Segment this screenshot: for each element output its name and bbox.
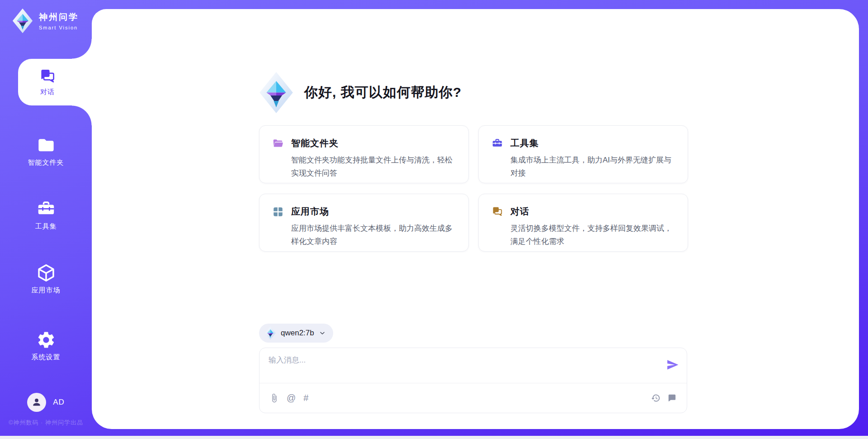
horizontal-scrollbar[interactable] [0, 436, 868, 439]
sidebar-item-toolset[interactable]: 工具集 [0, 199, 92, 231]
sidebar-item-app-market[interactable]: 应用市场 [0, 263, 92, 295]
sidebar-item-label: 对话 [18, 88, 77, 96]
chevron-down-icon [319, 329, 326, 337]
paperclip-icon[interactable] [269, 393, 279, 403]
model-selector[interactable]: qwen2:7b [259, 324, 333, 343]
card-smart-folder[interactable]: 智能文件夹 智能文件夹功能支持批量文件上传与清洗，轻松实现文件问答 [259, 125, 469, 183]
brand-subtitle: Smart Vision [39, 25, 79, 30]
message-input[interactable] [269, 355, 653, 377]
greeting-block: 你好, 我可以如何帮助你? [258, 72, 462, 114]
card-title: 工具集 [510, 137, 539, 149]
shortcut-cards: 智能文件夹 智能文件夹功能支持批量文件上传与清洗，轻松实现文件问答 工具集 集成… [259, 125, 688, 252]
send-icon[interactable] [666, 358, 679, 372]
composer-input-area [259, 348, 687, 383]
sidebar-item-smart-folder[interactable]: 智能文件夹 [0, 135, 92, 167]
card-toolset[interactable]: 工具集 集成市场上主流工具，助力AI与外界无缝扩展与对接 [478, 125, 688, 183]
sidebar-item-label: 应用市场 [0, 286, 92, 295]
card-app-market[interactable]: 应用市场 应用市场提供丰富长文本模板，助力高效生成多样化文章内容 [259, 194, 469, 252]
card-description: 灵活切换多模型文件，支持多样回复效果调试，满足个性化需求 [510, 222, 678, 248]
chat-bubbles-icon [39, 68, 56, 85]
grid-icon [272, 206, 284, 218]
composer-right-tools [651, 393, 677, 403]
diamond-logo [258, 72, 294, 114]
at-icon[interactable]: @ [287, 393, 296, 403]
chat-history-icon[interactable] [667, 393, 677, 403]
card-header: 应用市场 [272, 205, 458, 218]
card-description: 应用市场提供丰富长文本模板，助力高效生成多样化文章内容 [291, 222, 458, 248]
sidebar: 神州问学 Smart Vision 对话 智能文件夹 工具集 应用市场 系统设置… [0, 0, 92, 439]
brand-text: 神州问学 Smart Vision [39, 11, 79, 30]
user-name: AD [53, 398, 65, 407]
card-title: 智能文件夹 [291, 137, 339, 149]
hash-icon[interactable]: # [303, 393, 308, 403]
model-name: qwen2:7b [281, 329, 314, 338]
sidebar-item-label: 工具集 [0, 222, 92, 231]
briefcase-icon [491, 138, 503, 149]
folder-icon [36, 135, 56, 155]
user-icon [31, 396, 42, 408]
card-header: 智能文件夹 [272, 137, 458, 149]
sidebar-item-label: 系统设置 [0, 353, 92, 362]
card-title: 对话 [510, 205, 529, 218]
message-composer: @ # [259, 348, 687, 413]
card-header: 对话 [491, 205, 678, 218]
brand-block: 神州问学 Smart Vision [12, 8, 79, 33]
greeting-text: 你好, 我可以如何帮助你? [304, 83, 462, 102]
sidebar-item-label: 智能文件夹 [0, 158, 92, 167]
sidebar-item-settings[interactable]: 系统设置 [0, 330, 92, 362]
card-chat[interactable]: 对话 灵活切换多模型文件，支持多样回复效果调试，满足个性化需求 [478, 194, 688, 252]
diamond-logo [12, 8, 33, 33]
avatar [27, 393, 46, 412]
cube-icon [36, 263, 56, 283]
sidebar-item-content: 对话 [18, 59, 77, 96]
sidebar-item-chat[interactable]: 对话 [18, 59, 93, 105]
gear-icon [36, 330, 56, 350]
composer-toolbar: @ # [259, 383, 687, 413]
folder-open-icon [272, 138, 284, 149]
copyright-footer: ©神州数码 · 神州问学出品 [0, 419, 92, 427]
card-description: 集成市场上主流工具，助力AI与外界无缝扩展与对接 [510, 153, 678, 180]
history-icon[interactable] [651, 393, 660, 403]
diamond-logo [264, 326, 276, 340]
chat-bubbles-icon [491, 206, 503, 218]
card-description: 智能文件夹功能支持批量文件上传与清洗，轻松实现文件问答 [291, 153, 458, 180]
card-title: 应用市场 [291, 205, 329, 218]
toolbox-icon [36, 199, 56, 219]
card-header: 工具集 [491, 137, 678, 149]
user-account[interactable]: AD [0, 393, 92, 412]
main-content-panel: 你好, 我可以如何帮助你? 智能文件夹 智能文件夹功能支持批量文件上传与清洗，轻… [92, 9, 859, 429]
brand-name: 神州问学 [39, 11, 79, 23]
